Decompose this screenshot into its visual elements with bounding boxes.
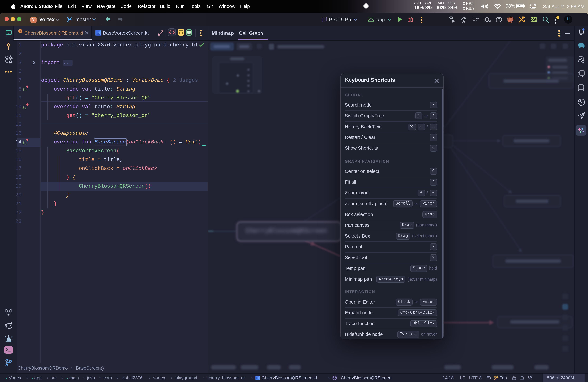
svg-text:f: f [23, 104, 25, 109]
svg-text:f: f [23, 139, 25, 145]
svg-text:f: f [23, 86, 25, 91]
svg-text:A: A [462, 19, 465, 23]
svg-text:x: x [25, 106, 27, 110]
svg-text:x: x [25, 142, 27, 145]
svg-text:x: x [25, 88, 27, 92]
